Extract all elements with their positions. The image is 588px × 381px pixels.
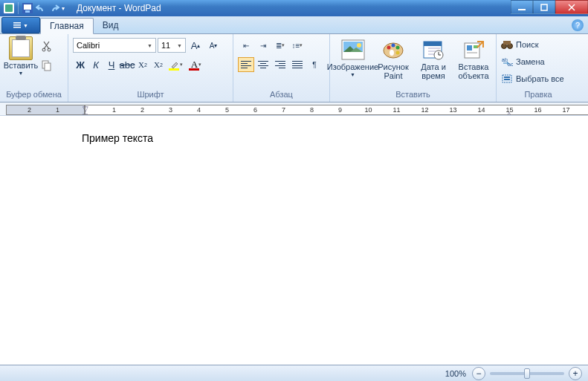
- tab-main[interactable]: Главная: [40, 18, 94, 34]
- chevron-down-icon: ▼: [350, 72, 355, 77]
- strikethrough-button[interactable]: abc: [120, 57, 135, 72]
- svg-point-22: [390, 50, 394, 56]
- align-justify-button[interactable]: [289, 57, 306, 72]
- svg-rect-7: [13, 22, 21, 24]
- paint-icon: [381, 38, 405, 62]
- replace-icon: abac: [501, 56, 513, 68]
- underline-button[interactable]: Ч: [104, 57, 119, 72]
- maximize-button[interactable]: [533, 0, 555, 14]
- font-name-value: Calibri: [77, 41, 100, 50]
- group-label-clipboard: Буфер обмена: [0, 90, 68, 102]
- find-label: Поиск: [516, 40, 538, 49]
- align-right-button[interactable]: [272, 57, 288, 72]
- window-controls: [511, 0, 588, 14]
- qat-dropdown-icon[interactable]: ▾: [62, 5, 69, 12]
- superscript-button[interactable]: X2: [151, 57, 166, 72]
- align-center-button[interactable]: [255, 57, 271, 72]
- zoom-out-button[interactable]: −: [472, 367, 485, 380]
- svg-point-21: [396, 51, 400, 55]
- redo-icon[interactable]: [48, 2, 60, 14]
- tab-view[interactable]: Вид: [94, 17, 128, 33]
- font-size-value: 11: [161, 41, 170, 50]
- font-color-button[interactable]: A▾: [187, 57, 206, 72]
- highlight-color-button[interactable]: ▾: [167, 57, 186, 72]
- svg-point-16: [357, 43, 361, 48]
- zoom-slider-thumb[interactable]: [524, 368, 530, 379]
- italic-button[interactable]: К: [88, 57, 103, 72]
- group-label-insert: Вставить: [330, 90, 496, 102]
- svg-rect-5: [518, 9, 526, 10]
- svg-rect-41: [504, 76, 510, 78]
- insert-object-button[interactable]: Вставка объекта: [454, 36, 493, 80]
- copy-button[interactable]: [40, 59, 54, 72]
- svg-rect-13: [45, 63, 51, 71]
- group-insert: Изображение ▼ Рисунок Paint Дата и время: [330, 34, 497, 102]
- svg-rect-4: [25, 10, 30, 13]
- decrease-indent-button[interactable]: ⇤: [238, 38, 254, 53]
- select-all-button[interactable]: Выбрать все: [501, 71, 564, 86]
- file-menu-button[interactable]: ▼: [1, 17, 40, 33]
- increase-indent-button[interactable]: ⇥: [255, 38, 271, 53]
- zoom-slider[interactable]: [490, 372, 564, 375]
- bold-button[interactable]: Ж: [73, 57, 88, 72]
- insert-object-label: Вставка объекта: [458, 62, 488, 80]
- svg-rect-24: [424, 42, 442, 46]
- picture-icon: [341, 38, 365, 62]
- chevron-down-icon: ▼: [147, 43, 152, 48]
- svg-rect-32: [467, 45, 472, 51]
- svg-rect-1: [5, 4, 13, 12]
- window-title: Документ - WordPad: [77, 3, 161, 13]
- chevron-down-icon: ▼: [19, 71, 24, 76]
- replace-label: Замена: [516, 57, 545, 66]
- title-bar: ▾ Документ - WordPad: [0, 0, 588, 16]
- subscript-button[interactable]: X2: [135, 57, 150, 72]
- zoom-in-button[interactable]: +: [569, 367, 582, 380]
- replace-button[interactable]: abac Замена: [501, 54, 545, 69]
- svg-rect-34: [467, 52, 477, 53]
- insert-paint-button[interactable]: Рисунок Paint: [374, 36, 413, 80]
- shrink-font-button[interactable]: A▾: [205, 38, 222, 53]
- insert-paint-label: Рисунок Paint: [378, 62, 409, 80]
- svg-point-20: [396, 46, 400, 50]
- svg-rect-3: [24, 4, 31, 10]
- group-label-editing: Правка: [497, 90, 580, 102]
- align-left-button[interactable]: [238, 57, 254, 72]
- ribbon-tabs: ▼ Главная Вид ?: [0, 16, 588, 34]
- help-button[interactable]: ?: [572, 19, 584, 31]
- save-icon[interactable]: [22, 2, 33, 14]
- paste-label: Вставить: [4, 61, 39, 70]
- paragraph-dialog-button[interactable]: ¶: [306, 57, 323, 72]
- document-text: Пример текста: [82, 132, 153, 144]
- find-button[interactable]: Поиск: [501, 37, 538, 52]
- chevron-down-icon: ▼: [177, 43, 182, 48]
- document-area[interactable]: Пример текста: [0, 116, 588, 365]
- close-button[interactable]: [555, 0, 588, 14]
- svg-rect-9: [13, 27, 21, 28]
- font-size-combo[interactable]: 11 ▼: [158, 38, 186, 53]
- ribbon: Вставить ▼ Буфер обмена Calibri ▼: [0, 34, 588, 102]
- ruler[interactable]: 211234567891011121314151617▽□△: [0, 102, 588, 116]
- minimize-button[interactable]: [511, 0, 533, 14]
- cut-button[interactable]: [40, 39, 54, 53]
- object-icon: [462, 38, 485, 62]
- svg-rect-37: [503, 41, 511, 45]
- svg-point-19: [392, 44, 395, 48]
- insert-datetime-button[interactable]: Дата и время: [414, 36, 453, 80]
- zoom-level: 100%: [445, 369, 466, 378]
- group-font: Calibri ▼ 11 ▼ A▴ A▾ Ж К Ч abc X2 X2: [68, 34, 233, 102]
- bullets-button[interactable]: ≣▾: [272, 38, 288, 53]
- insert-image-button[interactable]: Изображение ▼: [333, 36, 372, 77]
- select-all-icon: [501, 73, 513, 85]
- status-bar: 100% − +: [0, 365, 588, 381]
- quick-access-toolbar: ▾: [0, 2, 72, 14]
- paste-button[interactable]: Вставить ▼: [4, 36, 37, 76]
- undo-icon[interactable]: [35, 2, 47, 14]
- line-spacing-button[interactable]: ↕≡▾: [289, 38, 306, 53]
- svg-text:ab: ab: [502, 57, 508, 62]
- app-icon[interactable]: [3, 2, 15, 14]
- svg-rect-8: [13, 25, 21, 26]
- font-name-combo[interactable]: Calibri ▼: [73, 38, 156, 53]
- insert-datetime-label: Дата и время: [421, 62, 446, 80]
- group-label-font: Шрифт: [68, 90, 233, 102]
- grow-font-button[interactable]: A▴: [187, 38, 204, 53]
